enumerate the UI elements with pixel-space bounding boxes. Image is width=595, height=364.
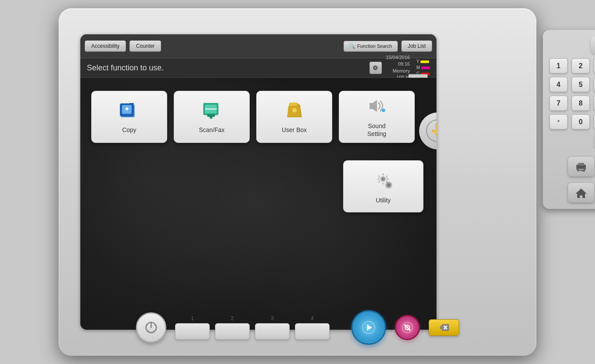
status-bar: Select function to use. ⚙ 15/04/2016 09:… — [80, 58, 436, 78]
ink-y-label: Y — [416, 60, 420, 64]
user-box-icon — [284, 101, 305, 123]
func-key-1[interactable] — [175, 323, 210, 340]
instruction-text: Select function to use. — [87, 63, 164, 73]
date-display: 15/04/2016 — [386, 54, 410, 61]
function-keys: 1 2 3 4 — [175, 315, 330, 340]
svg-text:♪: ♪ — [382, 108, 384, 113]
func-key-group-3: 3 — [255, 315, 290, 340]
svg-point-21 — [387, 183, 390, 187]
scan-icon — [201, 101, 223, 123]
utility-icon — [371, 169, 395, 193]
home-button[interactable] — [568, 183, 594, 202]
svg-rect-9 — [210, 117, 212, 119]
screen-bezel: Accessibility Counter 🔍 Function Search … — [80, 34, 436, 330]
ink-y-row: Y — [416, 60, 430, 64]
svg-rect-28 — [578, 171, 582, 172]
ink-m-bar — [421, 66, 430, 69]
scan-fax-label: Scan/Fax — [199, 126, 225, 133]
search-icon: 🔍 — [349, 43, 355, 49]
counter-button[interactable]: Counter — [129, 40, 161, 52]
func-key-group-1: 1 — [175, 315, 210, 340]
svg-text:👆: 👆 — [430, 123, 437, 137]
ink-m-label: M — [416, 66, 420, 70]
svg-point-13 — [292, 108, 297, 113]
func-key-4-num: 4 — [311, 315, 314, 321]
utility-tile[interactable]: Utility — [343, 160, 423, 212]
job-list-button[interactable]: Job List — [401, 40, 432, 52]
key-2[interactable]: 2 — [572, 58, 590, 73]
print-queue-button[interactable] — [568, 157, 594, 176]
func-key-4[interactable] — [295, 323, 330, 340]
power-button[interactable] — [136, 312, 166, 343]
time-display: 09:16 — [386, 61, 410, 68]
clear-button[interactable] — [429, 319, 459, 336]
scan-fax-tile[interactable]: Scan/Fax — [174, 91, 250, 143]
stop-button[interactable] — [395, 315, 420, 340]
svg-point-19 — [382, 178, 384, 180]
status-right: ⚙ 15/04/2016 09:16 Memory 100 % Y — [370, 54, 430, 81]
function-grid-row-2: Utility — [91, 160, 426, 212]
svg-text:✦: ✦ — [124, 106, 129, 113]
user-box-tile[interactable]: User Box — [256, 91, 332, 143]
key-star[interactable]: * — [549, 114, 568, 129]
screen-container: Accessibility Counter 🔍 Function Search … — [80, 34, 436, 330]
keypad-grid: 1 2 3 4 5 6 7 8 9 * 0 # — [549, 58, 595, 129]
bottom-area: 1 2 3 4 — [80, 310, 515, 345]
user-box-label: User Box — [282, 126, 307, 133]
key-4[interactable]: 4 — [549, 77, 568, 92]
copy-label: Copy — [122, 126, 136, 133]
ink-m-row: M — [416, 66, 430, 70]
func-key-3[interactable] — [255, 323, 290, 340]
func-key-3-num: 3 — [271, 315, 274, 321]
func-key-group-2: 2 — [215, 315, 250, 340]
svg-rect-15 — [370, 103, 373, 109]
settings-icon-button[interactable]: ⚙ — [370, 62, 382, 74]
svg-rect-27 — [578, 169, 584, 170]
copy-icon: ✦ — [119, 101, 140, 123]
svg-marker-36 — [440, 324, 449, 331]
func-key-2[interactable] — [215, 323, 250, 340]
key-8[interactable]: 8 — [572, 96, 590, 111]
sound-icon: ♪ — [366, 96, 388, 119]
key-7[interactable]: 7 — [549, 96, 568, 111]
svg-marker-11 — [289, 103, 298, 106]
sound-setting-tile[interactable]: ♪ SoundSetting — [339, 91, 415, 143]
function-search-button[interactable]: 🔍 Function Search — [344, 41, 398, 52]
svg-marker-29 — [575, 189, 587, 198]
ink-y-bar — [420, 60, 429, 63]
sound-setting-label: SoundSetting — [367, 122, 387, 137]
utility-label: Utility — [376, 197, 390, 204]
keypad-panel: 🔊 1 2 3 4 5 6 7 8 9 * 0 # C — [543, 30, 595, 209]
main-content: ✦ Copy — [80, 78, 436, 330]
start-button[interactable] — [351, 310, 386, 345]
key-1[interactable]: 1 — [549, 58, 568, 73]
func-key-1-num: 1 — [191, 315, 194, 321]
svg-rect-25 — [578, 163, 584, 165]
printer-body: Accessibility Counter 🔍 Function Search … — [59, 8, 536, 356]
accessibility-button[interactable]: Accessibility — [85, 40, 126, 52]
func-key-group-4: 4 — [295, 315, 330, 340]
copy-tile[interactable]: ✦ Copy — [91, 91, 167, 143]
func-key-2-num: 2 — [231, 315, 234, 321]
key-0[interactable]: 0 — [572, 114, 590, 129]
datetime-info: 15/04/2016 09:16 Memory 100 % — [386, 54, 410, 81]
svg-rect-8 — [207, 114, 215, 117]
svg-marker-32 — [367, 324, 372, 331]
key-5[interactable]: 5 — [572, 77, 590, 92]
function-grid-row-1: ✦ Copy — [91, 91, 426, 143]
speaker-button[interactable]: 🔊 — [591, 36, 595, 54]
svg-marker-14 — [373, 100, 377, 112]
